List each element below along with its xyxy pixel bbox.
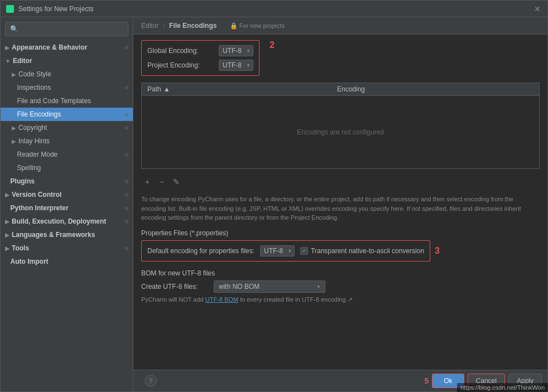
- window-title: Settings for New Projects: [18, 5, 533, 13]
- sidebar-label: File and Code Templates: [17, 97, 92, 105]
- sidebar: ▶ Appearance & Behavior ≡ ▼ Editor ▶ Cod…: [1, 17, 133, 391]
- sidebar-item-reader-mode[interactable]: Reader Mode ≡: [1, 148, 133, 161]
- sidebar-icon: ≡: [125, 191, 128, 198]
- properties-encoding-select-wrapper: UTF-8: [260, 245, 295, 257]
- sidebar-label: Languages & Frameworks: [12, 231, 95, 239]
- arrow-icon: ▶: [5, 245, 9, 251]
- properties-box: Default encoding for properties files: U…: [141, 240, 430, 262]
- annotation-2: 2: [270, 40, 275, 50]
- bom-select-wrapper: with NO BOM: [214, 280, 325, 293]
- encoding-table: Path ▲ Encoding Encodings are not config…: [141, 83, 540, 169]
- global-encoding-select[interactable]: UTF-8: [219, 45, 253, 56]
- breadcrumb-tag: 🔒 For new projects: [230, 22, 285, 29]
- arrow-icon: [12, 152, 15, 158]
- sidebar-item-auto-import[interactable]: Auto Import: [1, 255, 133, 268]
- sidebar-label: Code Style: [18, 70, 51, 78]
- arrow-icon: [5, 205, 8, 211]
- help-button[interactable]: ?: [145, 375, 157, 387]
- transparent-conversion-checkbox[interactable]: ✓ Transparent native-to-ascii conversion: [300, 247, 424, 255]
- bom-info: PyCharm will NOT add UTF-8 BOM to every …: [141, 296, 540, 303]
- col-encoding: Encoding: [331, 85, 539, 93]
- table-empty-message: Encodings are not configured: [297, 128, 384, 136]
- project-encoding-row: Project Encoding: UTF-8: [147, 60, 253, 71]
- properties-section: Properties Files (*.properties) Default …: [141, 229, 540, 262]
- checkbox-icon: ✓: [300, 247, 308, 255]
- sidebar-item-build-execution[interactable]: ▶ Build, Execution, Deployment ≡: [1, 215, 133, 228]
- arrow-icon: [12, 165, 15, 171]
- sidebar-icon: ≡: [125, 84, 128, 91]
- content-area: ▶ Appearance & Behavior ≡ ▼ Editor ▶ Cod…: [1, 17, 547, 391]
- col-path: Path ▲: [142, 85, 331, 93]
- main-header: Editor › File Encodings 🔒 For new projec…: [133, 17, 547, 35]
- sidebar-item-languages-frameworks[interactable]: ▶ Languages & Frameworks: [1, 228, 133, 241]
- sidebar-label: Version Control: [12, 191, 61, 199]
- breadcrumb: Editor › File Encodings 🔒 For new projec…: [141, 22, 285, 30]
- breadcrumb-current: File Encodings: [169, 22, 217, 30]
- table-body: Encodings are not configured: [142, 96, 539, 168]
- sidebar-label: Spelling: [17, 164, 41, 172]
- arrow-icon: ▶: [5, 45, 9, 51]
- sidebar-item-python-interpreter[interactable]: Python Interpreter ≡: [1, 201, 133, 215]
- sidebar-label: Inlay Hints: [18, 137, 50, 145]
- main-body: Global Encoding: UTF-8 Project Encoding:: [133, 35, 547, 370]
- remove-button[interactable]: −: [156, 176, 168, 188]
- project-encoding-select[interactable]: UTF-8: [219, 60, 253, 71]
- default-encoding-label: Default encoding for properties files:: [147, 247, 254, 255]
- sidebar-label: Build, Execution, Deployment: [12, 217, 106, 225]
- create-utf8-label: Create UTF-8 files:: [141, 283, 208, 291]
- sidebar-item-tools[interactable]: ▶ Tools ≡: [1, 241, 133, 255]
- search-input[interactable]: [5, 22, 128, 36]
- global-encoding-row: Global Encoding: UTF-8: [147, 45, 253, 56]
- bottom-bar: ? 5 Ok Cancel Apply https://blog.csdn.ne…: [133, 370, 547, 391]
- arrow-icon: [5, 259, 8, 265]
- toolbar: + − ✎: [141, 173, 540, 190]
- edit-button[interactable]: ✎: [170, 176, 182, 188]
- title-bar: Settings for New Projects ✕: [1, 1, 547, 17]
- sidebar-item-inspections[interactable]: Inspections ≡: [1, 81, 133, 94]
- sort-arrow: ▲: [164, 85, 170, 93]
- sidebar-item-file-code-templates[interactable]: File and Code Templates: [1, 94, 133, 108]
- properties-encoding-select[interactable]: UTF-8: [260, 245, 295, 257]
- main-content: Editor › File Encodings 🔒 For new projec…: [133, 17, 547, 391]
- bom-select[interactable]: with NO BOM: [214, 280, 325, 293]
- table-header: Path ▲ Encoding: [142, 83, 539, 96]
- sidebar-item-version-control[interactable]: ▶ Version Control ≡: [1, 188, 133, 201]
- arrow-icon: ▶: [5, 219, 9, 225]
- arrow-icon: ▶: [12, 138, 16, 144]
- close-button[interactable]: ✕: [533, 4, 542, 13]
- sidebar-item-spelling[interactable]: Spelling: [1, 161, 133, 175]
- sidebar-icon: ≡: [125, 124, 128, 131]
- sidebar-item-editor[interactable]: ▼ Editor: [1, 54, 133, 67]
- sidebar-item-inlay-hints[interactable]: ▶ Inlay Hints: [1, 134, 133, 148]
- project-encoding-select-wrapper: UTF-8: [219, 60, 253, 71]
- sidebar-icon: ≡: [125, 178, 128, 185]
- arrow-icon: [12, 98, 15, 104]
- watermark: https://blog.csdn.net/ThinkWon: [457, 383, 547, 391]
- bom-info-link[interactable]: UTF-8 BOM: [205, 296, 238, 303]
- properties-section-title: Properties Files (*.properties): [141, 229, 540, 237]
- sidebar-item-file-encodings[interactable]: File Encodings ≡: [1, 108, 133, 121]
- sidebar-label: Plugins: [11, 177, 35, 185]
- sidebar-icon: ≡: [125, 205, 128, 211]
- breadcrumb-sep: ›: [163, 22, 165, 30]
- sidebar-item-copyright[interactable]: ▶ Copyright ≡: [1, 121, 133, 134]
- arrow-icon: ▼: [5, 58, 11, 64]
- annotation-3: 3: [435, 246, 440, 256]
- sidebar-item-plugins[interactable]: Plugins ≡: [1, 175, 133, 188]
- arrow-icon: ▶: [5, 192, 9, 198]
- sidebar-item-code-style[interactable]: ▶ Code Style: [1, 67, 133, 81]
- encoding-section: Global Encoding: UTF-8 Project Encoding:: [141, 40, 259, 76]
- bom-section-title: BOM for new UTF-8 files: [141, 269, 540, 277]
- sidebar-icon: ≡: [125, 151, 128, 158]
- sidebar-icon: ≡: [125, 111, 128, 118]
- sidebar-icon: ≡: [125, 245, 128, 251]
- sidebar-label: Copyright: [18, 124, 47, 132]
- sidebar-item-appearance[interactable]: ▶ Appearance & Behavior ≡: [1, 41, 133, 54]
- add-button[interactable]: +: [141, 176, 153, 188]
- sidebar-icon: ≡: [125, 44, 128, 51]
- annotation-5: 5: [424, 376, 429, 385]
- bom-info-text1: PyCharm will NOT add: [141, 296, 205, 303]
- info-text: To change encoding PyCharm uses for a fi…: [141, 195, 540, 222]
- sidebar-label: Python Interpreter: [11, 204, 69, 212]
- app-icon: [6, 5, 14, 13]
